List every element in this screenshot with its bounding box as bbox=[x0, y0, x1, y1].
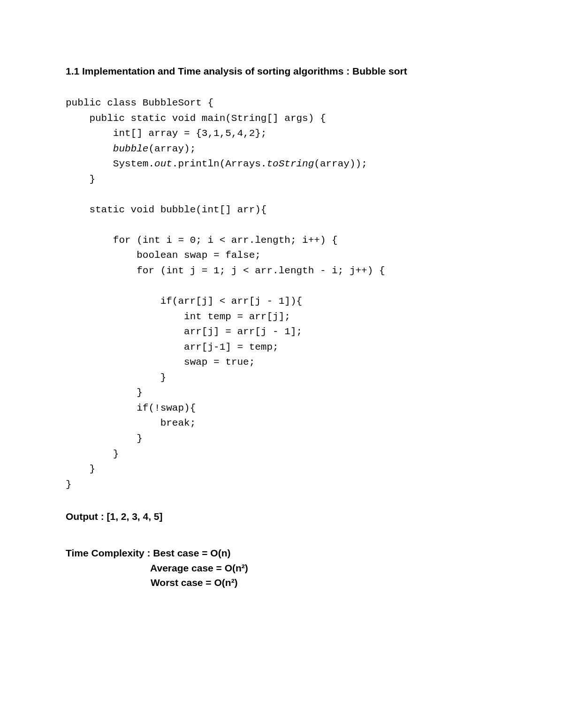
code-line: } bbox=[66, 387, 143, 398]
code-line: arr[j] = arr[j - 1]; bbox=[66, 326, 302, 337]
section-heading: 1.1 Implementation and Time analysis of … bbox=[66, 66, 497, 77]
code-line: public class BubbleSort { bbox=[66, 98, 213, 108]
complexity-worst-line: Worst case = O(n²) bbox=[66, 575, 497, 590]
code-line: for (int i = 0; i < arr.length; i++) { bbox=[66, 235, 338, 246]
code-line: if(!swap){ bbox=[66, 403, 196, 413]
code-italic: bubble bbox=[113, 143, 149, 154]
output-label: Output : bbox=[66, 511, 107, 522]
code-line: } bbox=[66, 372, 166, 383]
code-line: public static void main(String[] args) { bbox=[66, 113, 326, 124]
complexity-average: Average case = O(n²) bbox=[150, 563, 248, 573]
complexity-best-line: Time Complexity : Best case = O(n) bbox=[66, 546, 497, 561]
code-line: } bbox=[66, 433, 143, 444]
document-page: 1.1 Implementation and Time analysis of … bbox=[0, 0, 563, 656]
complexity-worst: Worst case = O(n²) bbox=[151, 577, 238, 588]
code-line: System. bbox=[66, 158, 154, 169]
complexity-best: Best case = O(n) bbox=[153, 548, 230, 558]
code-line: int temp = arr[j]; bbox=[66, 311, 290, 322]
code-line: (array)); bbox=[314, 158, 367, 169]
code-line: .println(Arrays. bbox=[172, 158, 267, 169]
output-value: [1, 2, 3, 4, 5] bbox=[107, 511, 162, 522]
complexity-label: Time Complexity : bbox=[66, 548, 153, 558]
code-line: break; bbox=[66, 418, 196, 428]
time-complexity-section: Time Complexity : Best case = O(n) Avera… bbox=[66, 546, 497, 590]
output-section: Output : [1, 2, 3, 4, 5] bbox=[66, 511, 497, 522]
code-line: swap = true; bbox=[66, 357, 255, 368]
code-line: } bbox=[66, 464, 95, 474]
code-line: } bbox=[66, 479, 72, 490]
code-line: } bbox=[66, 174, 95, 185]
complexity-indent bbox=[66, 577, 151, 588]
code-line: arr[j-1] = temp; bbox=[66, 342, 279, 353]
complexity-average-line: Average case = O(n²) bbox=[66, 561, 497, 576]
code-line: boolean swap = false; bbox=[66, 250, 261, 261]
code-line: for (int j = 1; j < arr.length - i; j++)… bbox=[66, 265, 385, 276]
code-block: public class BubbleSort { public static … bbox=[66, 96, 497, 492]
complexity-indent bbox=[66, 563, 150, 573]
code-line: static void bubble(int[] arr){ bbox=[66, 204, 266, 215]
code-line: (array); bbox=[148, 143, 196, 154]
code-line: if(arr[j] < arr[j - 1]){ bbox=[66, 296, 302, 307]
code-line: } bbox=[66, 449, 119, 459]
code-line bbox=[66, 143, 113, 154]
code-italic: toString bbox=[266, 158, 314, 169]
code-line: int[] array = {3,1,5,4,2}; bbox=[66, 128, 266, 139]
code-italic: out bbox=[154, 158, 172, 169]
